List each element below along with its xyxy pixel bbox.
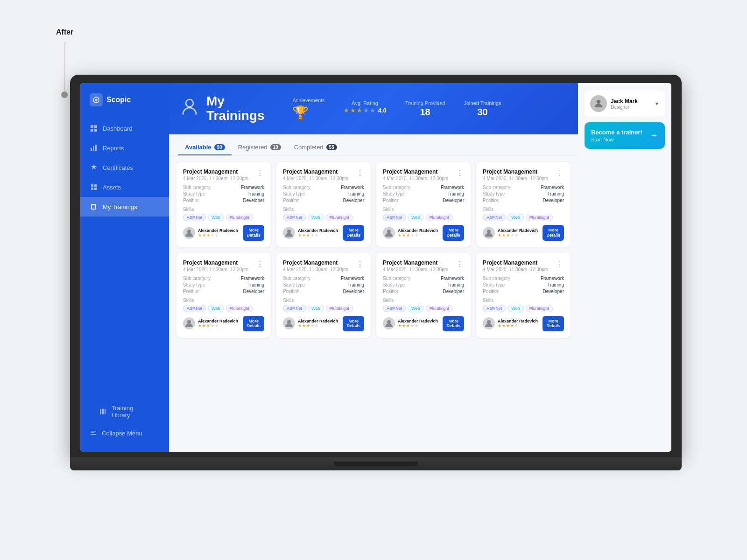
card-menu-4[interactable]: ⋮ [556,168,564,177]
skill-aspnet-4: ASP.Net [483,214,506,221]
card-field-studytype-1: Study type Training [183,191,264,196]
card-menu-5[interactable]: ⋮ [256,259,264,268]
joined-trainings-value: 30 [464,107,501,118]
svg-rect-8 [95,145,97,151]
trainer-name-4: Alexander Radevich [498,228,538,233]
more-details-btn-6[interactable]: MoreDetails [343,316,364,332]
library-icon [99,407,107,416]
studytype-value-3: Training [447,191,464,196]
sidebar-label-reports: Reports [103,145,124,152]
sidebar-item-dashboard[interactable]: Dashboard [80,119,169,138]
position-label-2: Position [283,198,300,203]
svg-rect-2 [91,125,93,128]
training-provided-stat: Training Provided 18 [405,100,445,118]
tab-registered[interactable]: Registered 10 [232,140,288,155]
card-field-position-2: Position Developer [283,198,364,203]
page-wrapper: After Scopic [0,0,747,560]
card-field-position-4: Position Developer [483,198,564,203]
trainer-info-4: Alexander Radevich ★ ★ ★ ★ ★ [483,227,538,239]
cards-area: Project Management 4 Mar 2020, 11:30am -… [169,155,578,452]
more-details-btn-4[interactable]: MoreDetails [543,225,564,241]
header-title-block: My Trainings [206,94,264,123]
logo-icon [90,93,103,106]
main-content: My Trainings Achievements 🏆 [169,83,578,452]
training-provided-value: 18 [405,107,445,118]
star-2: ★ [350,107,356,114]
subcategory-label-3: Sub category [383,185,410,190]
trainer-details-3: Alexander Radevich ★ ★ ★ ★ ★ [398,228,438,238]
svg-point-14 [287,230,291,233]
card-menu-7[interactable]: ⋮ [456,259,464,268]
more-details-btn-3[interactable]: MoreDetails [443,225,464,241]
chart-icon [90,144,98,152]
svg-rect-3 [94,125,97,128]
skills-tags-3: ASP.Net Web Pluralsight [383,214,464,221]
svg-rect-4 [91,129,93,132]
studytype-label-2: Study type [283,191,305,196]
card-header-2: Project Management 4 Mar 2020, 11:30am -… [283,168,364,181]
joined-trainings-stat: Joined Trainings 30 [464,100,501,118]
achievements-block: Achievements 🏆 [292,98,324,120]
card-menu-8[interactable]: ⋮ [556,259,564,268]
skills-section-4: Skills ASP.Net Web Pluralsight [483,207,564,221]
card-menu-3[interactable]: ⋮ [456,168,464,177]
svg-rect-6 [91,148,92,151]
card-header-1: Project Management 4 Mar 2020, 11:30am -… [183,168,264,181]
trainer-info-2: Alexander Radevich ★ ★ ★ ★ ★ [283,227,338,239]
sidebar-item-assets[interactable]: Assets [80,177,169,197]
skill-web-4: Web [507,214,523,221]
studytype-value-2: Training [347,191,364,196]
more-details-btn-2[interactable]: MoreDetails [343,225,364,241]
trainer-avatar-1 [183,227,195,239]
collapse-label: Collapse Menu [102,430,142,437]
more-details-btn-5[interactable]: MoreDetails [243,316,264,332]
sidebar-logo: Scopic [80,83,169,115]
card-menu-1[interactable]: ⋮ [256,168,264,177]
tab-completed-badge: 55 [326,144,337,150]
more-details-btn-8[interactable]: MoreDetails [543,316,564,332]
rating-number: 4.0 [378,107,387,114]
after-label: After [56,28,73,36]
svg-point-16 [487,230,491,233]
trainer-details-4: Alexander Radevich ★ ★ ★ ★ ★ [498,228,538,238]
trainer-name-2: Alexander Radevich [298,228,338,233]
sidebar-item-reports[interactable]: Reports [80,138,169,158]
tab-completed[interactable]: Completed 55 [288,140,344,155]
tab-registered-label: Registered [238,144,268,151]
studytype-label-1: Study type [183,191,205,196]
trainer-stars-1: ★ ★ ★ ★ ★ [198,233,238,238]
position-value-1: Developer [243,198,264,203]
tabs-row: Available 90 Registered 10 Completed 55 [169,134,578,155]
card-menu-6[interactable]: ⋮ [356,259,364,268]
sidebar-item-my-trainings[interactable]: My Trainings [80,197,169,217]
sidebar-item-training-library[interactable]: Training Library [90,399,160,424]
svg-point-21 [597,100,600,104]
card-field-studytype-2: Study type Training [283,191,364,196]
avg-rating-stat: Avg. Rating ★ ★ ★ ★ ★ 4.0 [344,100,387,118]
more-details-btn-1[interactable]: MoreDetails [243,225,264,241]
studytype-label-3: Study type [383,191,405,196]
svg-rect-7 [93,146,94,151]
assets-icon [90,183,98,191]
sidebar-item-certificates[interactable]: Certificates [80,158,169,177]
studytype-value-4: Training [547,191,564,196]
laptop-bezel: Scopic Das [70,75,682,457]
skill-pluralsight-4: Pluralsight [526,214,553,221]
trainer-stars-4: ★ ★ ★ ★ ★ [498,233,538,238]
sidebar-label-certificates: Certificates [103,164,133,171]
trainer-cta-banner[interactable]: Become a trainer! Start Now → [585,122,665,149]
right-panel: Jack Mark Designer ▼ Become a trainer! S… [578,83,671,452]
tab-available[interactable]: Available 90 [178,140,232,155]
trainer-info-3: Alexander Radevich ★ ★ ★ ★ ★ [383,227,438,239]
avg-rating-label: Avg. Rating [344,100,387,106]
dropdown-arrow-icon[interactable]: ▼ [655,101,659,106]
more-details-btn-7[interactable]: MoreDetails [443,316,464,332]
cards-grid: Project Management 4 Mar 2020, 11:30am -… [176,162,571,338]
card-field-subcategory-4: Sub category Framework [483,185,564,190]
collapse-menu-item[interactable]: Collapse Menu [90,424,160,442]
card-menu-2[interactable]: ⋮ [356,168,364,177]
trophy-icon: 🏆 [292,105,309,120]
skills-tags-2: ASP.Net Web Pluralsight [283,214,364,221]
sidebar-label-my-trainings: My Trainings [103,203,137,210]
skills-label-3: Skills [383,207,464,212]
